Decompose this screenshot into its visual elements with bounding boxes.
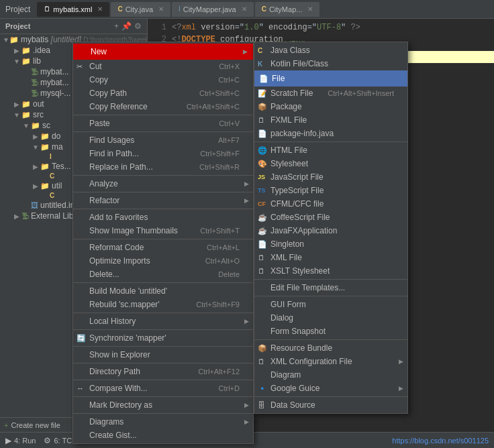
menu-item-create-gist[interactable]: Create Gist... (73, 429, 253, 442)
submenu-item-ts[interactable]: TS TypeScript File (254, 184, 407, 197)
submenu-label: Diagram (270, 370, 301, 380)
submenu-item-cfml[interactable]: CF CFML/CFC file (254, 197, 407, 211)
menu-label: Find Usages (89, 135, 134, 145)
submenu-item-edit-templates[interactable]: Edit File Templates... (254, 281, 407, 294)
menu-label: Find in Path... (89, 149, 139, 158)
menu-item-diagrams[interactable]: Diagrams (73, 415, 253, 429)
menu-item-local-history[interactable]: Local History (73, 315, 253, 328)
submenu-item-xml-config[interactable]: 🗒 XML Configuration File (254, 355, 407, 368)
compare-icon: ↔ (77, 384, 84, 392)
shortcut: Ctrl+D (219, 384, 240, 392)
submenu-item-resource-bundle[interactable]: 📦 Resource Bundle (254, 341, 407, 355)
separator (254, 396, 407, 397)
submenu-item-package[interactable]: 📦 Package (254, 100, 407, 113)
submenu-item-diagram[interactable]: Diagram (254, 368, 407, 382)
menu-item-find-usages[interactable]: Find Usages Alt+F7 (73, 133, 253, 147)
menu-item-paste[interactable]: Paste Ctrl+V (73, 117, 253, 130)
submenu-item-stylesheet[interactable]: 🎨 Stylesheet (254, 157, 407, 170)
menu-item-copy-path[interactable]: Copy Path Ctrl+Shift+C (73, 87, 253, 100)
tab-close-icon[interactable]: ✕ (242, 5, 247, 13)
menu-item-rebuild[interactable]: Rebuild 'sc.mapper' Ctrl+Shift+F9 (73, 298, 253, 311)
gear-icon[interactable]: ⚙ (134, 21, 142, 31)
submenu-item-file[interactable]: 📄 File (254, 70, 407, 87)
fxml-icon: 🗒 (258, 116, 265, 124)
tab-close-icon[interactable]: ✕ (307, 5, 313, 13)
menu-item-replace-in-path[interactable]: Replace in Path... Ctrl+Shift+R (73, 160, 253, 174)
menu-item-analyze[interactable]: Analyze (73, 177, 253, 190)
tree-arrow: ▼ (31, 144, 40, 151)
submenu-item-google-guice[interactable]: 🔹 Google Guice (254, 382, 407, 395)
menu-item-new[interactable]: New (73, 44, 253, 60)
submenu-item-package-info[interactable]: 📄 package-info.java (254, 127, 407, 140)
tab-citymapper-java[interactable]: I CityMapper.java ✕ (172, 2, 254, 17)
menu-label: Delete... (89, 270, 119, 279)
java-class-icon: C (258, 47, 262, 54)
submenu-item-html[interactable]: 🌐 HTML File (254, 144, 407, 157)
menu-item-cut[interactable]: ✂ Cut Ctrl+X (73, 60, 253, 73)
separator (254, 296, 407, 296)
submenu-item-java-class[interactable]: C Java Class (254, 44, 407, 57)
menu-item-show-thumbnails[interactable]: Show Image Thumbnails Ctrl+Shift+T (73, 224, 253, 237)
java-c-icon: C (50, 172, 54, 180)
tab-mybatis-xml[interactable]: 🗒 mybatis.xml ✕ (37, 2, 109, 17)
tab-city-java[interactable]: C City.java ✕ (111, 2, 170, 17)
submenu[interactable]: C Java Class K Kotlin File/Class 📄 File … (254, 42, 408, 414)
submenu-label: package-info.java (270, 129, 334, 138)
menu-item-synchronize[interactable]: 🔄 Synchronize 'mapper' (73, 331, 253, 345)
tab-label: CityMap... (269, 5, 303, 13)
submenu-item-xml[interactable]: 🗒 XML File (254, 251, 407, 264)
menu-item-delete[interactable]: Delete... Delete (73, 268, 253, 281)
menu-item-copy-reference[interactable]: Copy Reference Ctrl+Alt+Shift+C (73, 100, 253, 113)
submenu-item-scratch[interactable]: 📝 Scratch File Ctrl+Alt+Shift+Insert (254, 87, 407, 100)
folder-icon: 📁 (40, 143, 50, 152)
submenu-item-gui-form[interactable]: GUI Form (254, 298, 407, 311)
submenu-item-xslt[interactable]: 🗒 XSLT Stylesheet (254, 264, 407, 278)
add-icon[interactable]: + (114, 21, 119, 31)
menu-item-copy[interactable]: Copy Ctrl+C (73, 73, 253, 87)
create-file-icon: + (4, 421, 8, 429)
cut-icon: ✂ (77, 62, 83, 71)
menu-item-add-favorites[interactable]: Add to Favorites (73, 211, 253, 224)
line-number-1: 1 (153, 21, 172, 34)
submenu-item-kotlin[interactable]: K Kotlin File/Class (254, 57, 407, 70)
submenu-item-dialog[interactable]: Dialog (254, 311, 407, 325)
tree-arrow: ▼ (3, 36, 9, 44)
tree-arrow: ▶ (31, 163, 40, 170)
menu-item-refactor[interactable]: Refactor (73, 194, 253, 207)
tree-label: util (52, 181, 62, 190)
pin-icon[interactable]: 📌 (121, 21, 132, 31)
submenu-item-coffeescript[interactable]: ☕ CoffeeScript File (254, 211, 407, 224)
menu-item-dir-path[interactable]: Directory Path Ctrl+Alt+F12 (73, 365, 253, 378)
separator (254, 142, 407, 142)
tree-label: src (33, 110, 44, 119)
tab-close-icon[interactable]: ✕ (158, 5, 164, 13)
menu-item-reformat[interactable]: Reformat Code Ctrl+Alt+L (73, 241, 253, 254)
ts-icon: TS (258, 187, 266, 194)
link-text: https://blog.csdn.net/s001125 (392, 437, 489, 445)
submenu-item-singleton[interactable]: 📄 Singleton (254, 237, 407, 251)
submenu-item-js[interactable]: JS JavaScript File (254, 170, 407, 184)
menu-label: Directory Path (89, 367, 140, 376)
menu-label: New (91, 47, 107, 56)
menu-label: Analyze (89, 179, 118, 188)
submenu-item-fxml[interactable]: 🗒 FXML File (254, 113, 407, 127)
status-link[interactable]: https://blog.csdn.net/s001125 (392, 437, 489, 445)
city-tab-icon: C (117, 5, 122, 13)
submenu-item-javafx[interactable]: ☕ JavaFXApplication (254, 224, 407, 237)
menu-item-find-in-path[interactable]: Find in Path... Ctrl+Shift+F (73, 147, 253, 160)
submenu-item-form-snapshot[interactable]: Form Snapshot (254, 325, 407, 338)
folder-icon: 📁 (21, 100, 31, 109)
submenu-label: CoffeeScript File (270, 213, 330, 222)
menu-item-show-explorer[interactable]: Show in Explorer (73, 348, 253, 361)
tab-citymap[interactable]: C CityMap... ✕ (255, 2, 320, 17)
tab-close-icon[interactable]: ✕ (97, 5, 103, 13)
menu-item-build[interactable]: Build Module 'untitled' (73, 284, 253, 298)
menu-item-compare[interactable]: ↔ Compare With... Ctrl+D (73, 382, 253, 395)
submenu-item-data-source[interactable]: 🗄 Data Source (254, 398, 407, 412)
context-menu[interactable]: New ✂ Cut Ctrl+X Copy Ctrl+C Copy Path C… (72, 42, 254, 444)
menu-item-optimize[interactable]: Optimize Imports Ctrl+Alt+O (73, 254, 253, 268)
status-run[interactable]: ▶ 4: Run (5, 436, 36, 445)
file-icon: 📄 (259, 74, 268, 83)
tree-arrow: ▼ (12, 111, 21, 119)
menu-item-mark-dir[interactable]: Mark Directory as (73, 398, 253, 412)
